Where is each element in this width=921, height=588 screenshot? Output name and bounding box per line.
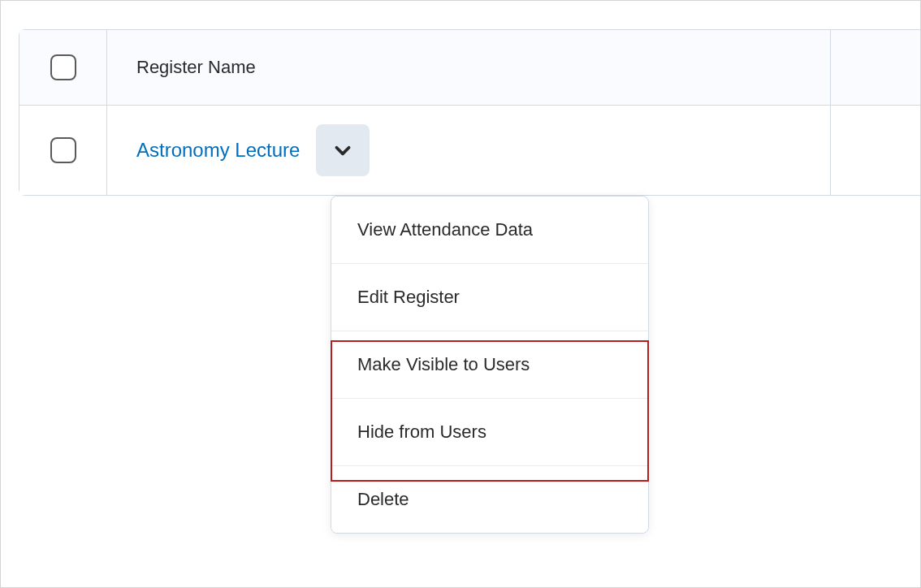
row-name-cell: Astronomy Lecture (107, 106, 831, 195)
menu-item-label: Delete (357, 489, 409, 509)
column-header-name: Register Name (107, 30, 831, 105)
menu-item-label: View Attendance Data (357, 219, 533, 240)
menu-item-edit-register[interactable]: Edit Register (331, 264, 648, 331)
menu-item-make-visible[interactable]: Make Visible to Users (331, 331, 648, 399)
column-header-label: Register Name (136, 57, 256, 78)
menu-item-hide-from-users[interactable]: Hide from Users (331, 399, 648, 466)
register-link[interactable]: Astronomy Lecture (136, 139, 300, 162)
menu-item-label: Edit Register (357, 287, 460, 307)
chevron-down-icon (332, 140, 353, 161)
select-all-cell (19, 30, 107, 105)
row-end-cell (831, 106, 920, 195)
row-checkbox[interactable] (50, 137, 76, 163)
table-header-row: Register Name (19, 30, 920, 106)
menu-item-label: Hide from Users (357, 422, 486, 442)
select-all-checkbox[interactable] (50, 54, 76, 80)
register-table: Register Name Astronomy Lecture (19, 29, 920, 196)
actions-dropdown-menu: View Attendance Data Edit Register Make … (331, 196, 649, 534)
menu-item-view-attendance[interactable]: View Attendance Data (331, 197, 648, 264)
row-actions-button[interactable] (316, 124, 370, 176)
menu-item-delete[interactable]: Delete (331, 466, 648, 533)
column-header-actions (831, 30, 920, 105)
row-checkbox-cell (19, 106, 107, 195)
menu-item-label: Make Visible to Users (357, 354, 530, 374)
table-row: Astronomy Lecture (19, 106, 920, 195)
